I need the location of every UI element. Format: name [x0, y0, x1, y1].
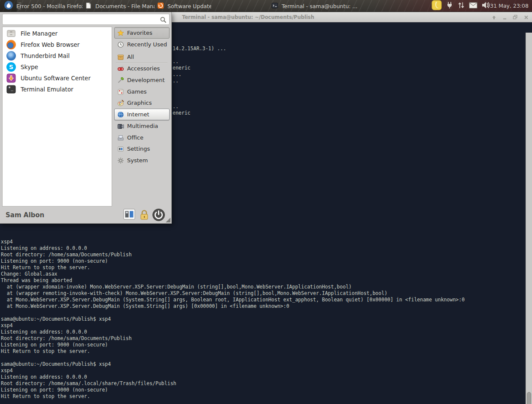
terminal-scrollbar-thumb[interactable] [527, 392, 531, 404]
palette-icon [117, 100, 124, 106]
terminal-icon [271, 2, 278, 10]
thunderbird-icon [6, 51, 16, 61]
window-button-firefox[interactable]: Error 500 - Mozilla Firefox [10, 1, 82, 11]
firefox-icon [6, 39, 16, 50]
category-internet[interactable]: Internet [114, 109, 170, 120]
username-label: Sam Albon [6, 207, 44, 223]
star-icon [117, 30, 124, 36]
menu-resize-grip[interactable] [166, 218, 170, 222]
power-plug-icon[interactable] [446, 1, 453, 11]
category-accessories[interactable]: Accessories [114, 63, 170, 74]
system-tray [432, 0, 491, 12]
app-item-file-manager[interactable]: File Manager [3, 28, 111, 39]
restore-icon[interactable] [512, 14, 519, 21]
terminal-icon: *_ [6, 84, 16, 94]
app-item-software-center[interactable]: Ubuntu Software Center [3, 73, 111, 84]
svg-text:*_: *_ [8, 86, 14, 91]
power-icon [152, 208, 165, 223]
lock-screen-button[interactable] [139, 209, 150, 222]
menu-footer: Sam Albon [0, 207, 171, 223]
terminal-output: xsp4 Listening on address: 0.0.0.0 Root … [1, 239, 465, 400]
gear-icon [117, 157, 124, 164]
software-center-icon [6, 73, 16, 83]
all-settings-icon [123, 209, 135, 222]
document-icon [85, 2, 92, 10]
multimedia-icon [117, 123, 124, 130]
category-development[interactable]: Development [114, 74, 170, 86]
lock-icon [139, 209, 150, 222]
panel-clock[interactable]: 31 May, 23:08 [490, 0, 529, 12]
clock-icon [117, 41, 124, 48]
terminal-title: Terminal - sama@ubuntu: ~/Documents/Publ… [182, 12, 314, 22]
terminal-scrollbar[interactable] [526, 33, 532, 404]
settings-icon [117, 146, 124, 152]
file-manager-icon [6, 28, 16, 39]
search-icon [160, 16, 167, 25]
globe-icon [117, 111, 124, 118]
all-settings-button[interactable] [123, 209, 135, 222]
close-icon[interactable] [523, 14, 529, 21]
volume-icon[interactable] [481, 1, 491, 11]
utility-knife-icon [117, 65, 124, 72]
game-board-icon [117, 88, 124, 95]
network-updown-icon[interactable] [457, 1, 465, 11]
applications-list: File Manager Firefox Web Browser Thunder… [2, 27, 112, 207]
category-favorites[interactable]: Favorites [114, 27, 170, 39]
category-office[interactable]: Office [114, 132, 170, 143]
whisker-menu: File Manager Firefox Web Browser Thunder… [0, 12, 172, 224]
category-recently-used[interactable]: Recently Used [114, 39, 170, 50]
terminal-output-top: 14.2.15AR.3-1) ... .. eneric ... .. .. e… [173, 46, 226, 116]
skype-icon: S [6, 62, 16, 72]
mail-icon[interactable] [469, 2, 477, 10]
software-updater-icon [157, 2, 164, 10]
menu-search [2, 14, 170, 25]
app-item-firefox[interactable]: Firefox Web Browser [3, 39, 111, 50]
category-multimedia[interactable]: Multimedia [114, 120, 170, 132]
office-tray-icon [117, 134, 124, 141]
window-button-file-manager[interactable]: Documents - File Manager [82, 1, 155, 11]
search-input[interactable] [5, 15, 160, 24]
app-item-skype[interactable]: S Skype [3, 61, 111, 73]
app-item-terminal-emulator[interactable]: *_ Terminal Emulator [3, 84, 111, 95]
category-graphics[interactable]: Graphics [114, 97, 170, 109]
archive-icon [117, 54, 124, 61]
shade-icon[interactable] [490, 14, 497, 21]
category-games[interactable]: Games [114, 86, 170, 97]
skype-status-icon[interactable] [432, 0, 442, 12]
app-item-thunderbird[interactable]: Thunderbird Mail [3, 50, 111, 61]
minimize-icon[interactable] [501, 14, 508, 21]
power-button[interactable] [152, 208, 165, 223]
screwdriver-icon [117, 77, 124, 84]
category-all[interactable]: All [114, 51, 170, 63]
window-button-software-updater[interactable]: Software Updater [155, 1, 211, 11]
category-settings[interactable]: Settings [114, 143, 170, 155]
window-button-terminal[interactable]: Terminal - sama@ubuntu: ... [269, 1, 361, 11]
category-system[interactable]: System [114, 155, 170, 166]
top-panel: Error 500 - Mozilla Firefox Documents - … [0, 0, 532, 12]
